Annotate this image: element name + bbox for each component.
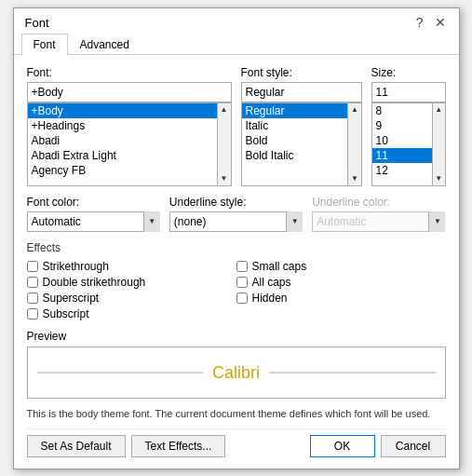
double-strikethrough-label: Double strikethrough: [43, 276, 146, 289]
underline-style-select-wrapper: (none) ▼: [169, 211, 303, 232]
subscript-label: Subscript: [43, 307, 89, 320]
font-listbox[interactable]: +Body +Headings Abadi Abadi Extra Light …: [27, 102, 218, 186]
font-color-group: Font color: Automatic ▼: [27, 196, 160, 232]
preview-section: Preview Calibri: [27, 330, 446, 399]
scroll-up-arrow[interactable]: ▲: [348, 103, 360, 116]
font-style-label: Font style:: [241, 66, 362, 79]
font-size-field-group: Size: 8 9 10 11 12 ▲ ▼: [371, 66, 446, 186]
list-item[interactable]: 12: [372, 163, 433, 178]
effects-grid: Strikethrough Double strikethrough Super…: [27, 260, 446, 320]
underline-color-select-wrapper: Automatic ▼: [312, 211, 445, 232]
font-size-listbox[interactable]: 8 9 10 11 12: [371, 102, 434, 186]
all-caps-label: All caps: [252, 276, 291, 289]
preview-text: Calibri: [212, 362, 260, 382]
scroll-down-arrow[interactable]: ▼: [218, 172, 231, 184]
font-color-select[interactable]: Automatic: [27, 211, 160, 232]
all-caps-checkbox[interactable]: [236, 277, 248, 288]
font-size-input[interactable]: [371, 82, 446, 102]
double-strikethrough-checkbox[interactable]: [27, 277, 38, 288]
list-item[interactable]: 8: [372, 103, 433, 118]
scroll-down-arrow[interactable]: ▼: [433, 172, 444, 184]
scroll-up-arrow[interactable]: ▲: [218, 103, 231, 116]
font-label: Font:: [27, 66, 232, 79]
scroll-up-arrow[interactable]: ▲: [433, 103, 444, 116]
effects-title: Effects: [27, 241, 446, 254]
small-caps-label: Small caps: [252, 260, 307, 273]
tab-font[interactable]: Font: [21, 34, 68, 55]
font-dialog: Font ? ✕ Font Advanced Font: +Body +Head…: [13, 7, 460, 469]
scroll-down-arrow[interactable]: ▼: [348, 172, 360, 184]
font-fields-row: Font: +Body +Headings Abadi Abadi Extra …: [27, 66, 446, 186]
list-item[interactable]: +Headings: [28, 118, 217, 133]
list-item[interactable]: +Body: [28, 103, 217, 118]
list-item[interactable]: Bold Italic: [242, 148, 348, 163]
preview-lines: Calibri: [37, 362, 436, 382]
subscript-checkbox[interactable]: [27, 308, 38, 320]
style-scrollbar[interactable]: ▲ ▼: [348, 102, 361, 186]
cancel-button[interactable]: Cancel: [381, 435, 446, 457]
dialog-content: Font: +Body +Headings Abadi Abadi Extra …: [14, 55, 459, 469]
list-item[interactable]: 10: [372, 133, 433, 148]
all-caps-item[interactable]: All caps: [236, 276, 446, 289]
underline-color-group: Underline color: Automatic ▼: [312, 196, 445, 232]
hidden-item[interactable]: Hidden: [236, 292, 446, 305]
underline-style-label: Underline style:: [169, 196, 303, 209]
small-caps-item[interactable]: Small caps: [236, 260, 446, 273]
strikethrough-label: Strikethrough: [43, 260, 109, 273]
tab-advanced[interactable]: Advanced: [68, 34, 142, 55]
left-buttons: Set As Default Text Effects...: [27, 435, 226, 457]
effects-section: Effects Strikethrough Double strikethrou…: [27, 241, 446, 320]
hidden-label: Hidden: [252, 292, 288, 305]
right-buttons: OK Cancel: [310, 435, 446, 457]
strikethrough-checkbox[interactable]: [27, 261, 38, 272]
preview-line-left: [37, 372, 204, 373]
info-text: This is the body theme font. The current…: [27, 408, 446, 419]
list-item[interactable]: Italic: [242, 118, 348, 133]
preview-line-right: [269, 372, 436, 373]
list-item[interactable]: 9: [372, 118, 433, 133]
superscript-checkbox[interactable]: [27, 292, 38, 304]
dropdowns-row: Font color: Automatic ▼ Underline style:…: [27, 196, 446, 232]
font-input[interactable]: [27, 82, 232, 102]
font-color-select-wrapper: Automatic ▼: [27, 211, 160, 232]
font-size-listbox-wrapper: 8 9 10 11 12 ▲ ▼: [371, 102, 446, 186]
size-scrollbar[interactable]: ▲ ▼: [433, 102, 445, 186]
list-item[interactable]: Regular: [242, 103, 348, 118]
subscript-item[interactable]: Subscript: [27, 307, 236, 320]
font-style-field-group: Font style: Regular Italic Bold Bold Ita…: [241, 66, 362, 186]
tab-bar: Font Advanced: [14, 34, 459, 55]
preview-box: Calibri: [27, 347, 446, 399]
font-style-input[interactable]: [241, 82, 362, 102]
list-item[interactable]: Agency FB: [28, 163, 217, 178]
font-listbox-wrapper: +Body +Headings Abadi Abadi Extra Light …: [27, 102, 232, 186]
hidden-checkbox[interactable]: [236, 292, 248, 304]
font-style-listbox[interactable]: Regular Italic Bold Bold Italic: [241, 102, 349, 186]
dialog-title: Font: [25, 16, 49, 30]
font-field-group: Font: +Body +Headings Abadi Abadi Extra …: [27, 66, 232, 186]
list-item[interactable]: Abadi: [28, 133, 217, 148]
button-row: Set As Default Text Effects... OK Cancel: [27, 428, 446, 457]
title-bar-controls: ? ✕: [414, 16, 448, 29]
set-as-default-button[interactable]: Set As Default: [27, 435, 126, 457]
underline-color-select[interactable]: Automatic: [312, 211, 445, 232]
title-bar: Font ? ✕: [14, 8, 459, 34]
list-item[interactable]: Abadi Extra Light: [28, 148, 217, 163]
effects-left-col: Strikethrough Double strikethrough Super…: [27, 260, 236, 320]
effects-right-col: Small caps All caps Hidden: [236, 260, 446, 320]
list-item[interactable]: 11: [372, 148, 433, 163]
font-size-label: Size:: [371, 66, 446, 79]
small-caps-checkbox[interactable]: [236, 261, 248, 272]
close-button[interactable]: ✕: [433, 16, 448, 29]
font-color-label: Font color:: [27, 196, 160, 209]
font-scrollbar[interactable]: ▲ ▼: [218, 102, 232, 186]
double-strikethrough-item[interactable]: Double strikethrough: [27, 276, 236, 289]
underline-style-select[interactable]: (none): [169, 211, 303, 232]
strikethrough-item[interactable]: Strikethrough: [27, 260, 236, 273]
superscript-item[interactable]: Superscript: [27, 292, 236, 305]
superscript-label: Superscript: [43, 292, 100, 305]
ok-button[interactable]: OK: [310, 435, 375, 457]
text-effects-button[interactable]: Text Effects...: [131, 435, 226, 457]
underline-color-label: Underline color:: [312, 196, 445, 209]
list-item[interactable]: Bold: [242, 133, 348, 148]
help-button[interactable]: ?: [414, 16, 425, 29]
